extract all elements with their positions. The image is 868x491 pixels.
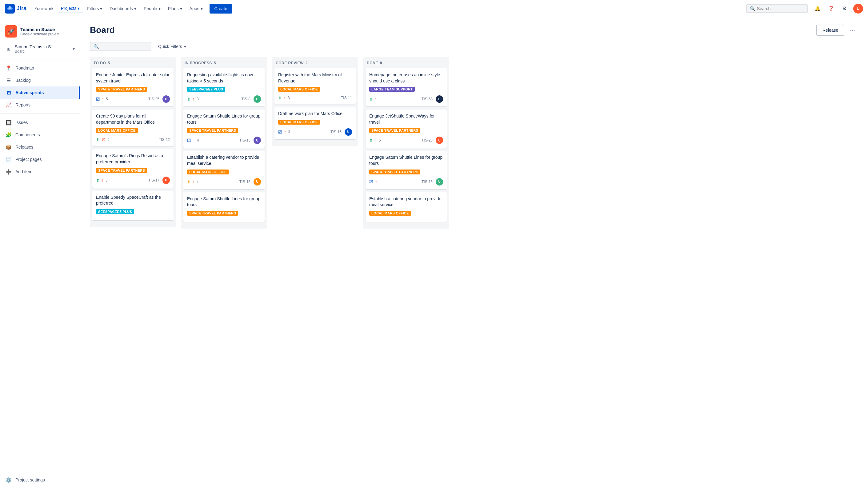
- card-count: 3: [197, 97, 199, 101]
- card-id: TIS-17: [148, 178, 160, 182]
- card-done-4[interactable]: Establish a catering vendor to provide m…: [366, 192, 447, 222]
- task-type-icon: ⬆: [278, 95, 282, 100]
- more-options-button[interactable]: ···: [847, 25, 858, 36]
- sidebar-item-label-roadmap: Roadmap: [16, 65, 34, 70]
- card-inprogress-3[interactable]: Establish a catering vendor to provide m…: [183, 151, 265, 189]
- card-review-1[interactable]: Register with the Mars Ministry of Reven…: [274, 68, 356, 104]
- card-avatar: U: [436, 95, 443, 103]
- sidebar-board-info: Scrum: Teams in S... Board: [15, 44, 55, 54]
- card-inprogress-4[interactable]: Engage Saturn Shuttle Lines for group to…: [183, 192, 265, 222]
- card-todo-3[interactable]: Engage Saturn's Rings Resort as a prefer…: [92, 149, 174, 187]
- board-search-filter: 🔍: [90, 42, 151, 51]
- quick-filters-button[interactable]: Quick Filters ▾: [155, 42, 189, 51]
- board-header: Board Release ···: [90, 25, 858, 36]
- card-title: Establish a catering vendor to provide m…: [369, 196, 443, 208]
- task-type-icon: ☑: [96, 96, 100, 102]
- card-id: TIS-15: [422, 180, 433, 184]
- card-count: 5: [106, 97, 108, 101]
- sidebar-item-label-add-item: Add item: [16, 169, 32, 174]
- sidebar-board-row[interactable]: ⊞ Scrum: Teams in S... Board ▾: [0, 42, 80, 55]
- card-todo-1[interactable]: Engage Jupiter Express for outer solar s…: [92, 68, 174, 107]
- filters-row: 🔍 Quick Filters ▾: [90, 42, 858, 51]
- sidebar-item-label-releases: Releases: [16, 145, 33, 149]
- card-title: Draft network plan for Mars Office: [278, 111, 352, 117]
- card-tag: SPACE TRAVEL PARTNERS: [187, 128, 238, 133]
- card-title: Register with the Mars Ministry of Reven…: [278, 72, 352, 84]
- card-tag: LARGE TEAM SUPPORT: [369, 87, 415, 92]
- priority-icon: ↑: [375, 138, 377, 143]
- release-button[interactable]: Release: [816, 25, 844, 36]
- column-in-progress: IN PROGRESS 5 Requesting available fligh…: [181, 57, 267, 229]
- column-header-todo: TO DO 5: [92, 61, 174, 68]
- sidebar-item-active-sprints[interactable]: ⊞ Active sprints: [0, 86, 80, 99]
- block-icon: ⊘: [102, 137, 106, 142]
- nav-dashboards[interactable]: Dashboards ▾: [107, 4, 139, 13]
- card-done-3[interactable]: Engage Saturn Shuttle Lines for group to…: [366, 151, 447, 189]
- task-type-icon: ⬆: [187, 179, 191, 184]
- column-count-code-review: 2: [306, 61, 308, 65]
- card-id: TIS-8: [241, 97, 251, 101]
- card-title: Engage Saturn's Rings Resort as a prefer…: [96, 153, 170, 165]
- sidebar-item-project-pages[interactable]: 📄 Project pages: [0, 153, 80, 166]
- app-layout: 🚀 Teams in Space Classic software projec…: [0, 17, 868, 491]
- card-avatar: U: [436, 178, 443, 185]
- backlog-icon: ☰: [5, 77, 12, 84]
- column-header-done: DONE 8: [366, 61, 447, 68]
- sidebar-item-releases[interactable]: 📦 Releases: [0, 141, 80, 153]
- board-chevron-icon: ▾: [73, 47, 75, 51]
- task-type-icon: ⬆: [96, 137, 100, 142]
- active-sprints-icon: ⊞: [5, 89, 12, 96]
- card-done-2[interactable]: Engage JetShuttle SpaceWays for travel S…: [366, 110, 447, 148]
- sidebar-board-sublabel: Board: [15, 49, 55, 54]
- board-search-input[interactable]: [100, 44, 144, 49]
- sidebar-item-roadmap[interactable]: 📍 Roadmap: [0, 62, 80, 74]
- releases-icon: 📦: [5, 143, 12, 151]
- card-inprogress-2[interactable]: Engage Saturn Shuttle Lines for group to…: [183, 110, 265, 148]
- user-avatar[interactable]: U: [853, 4, 863, 13]
- sidebar-item-components[interactable]: 🧩 Components: [0, 128, 80, 141]
- sidebar-item-reports[interactable]: 📈 Reports: [0, 99, 80, 111]
- card-tag: SPACE TRAVEL PARTNERS: [96, 168, 147, 173]
- settings-icon[interactable]: ⚙: [840, 4, 849, 13]
- card-count: 4: [197, 180, 199, 184]
- card-avatar: U: [436, 137, 443, 144]
- nav-plans[interactable]: Plans ▾: [165, 4, 185, 13]
- topnav-nav: Your work Projects ▾ Filters ▾ Dashboard…: [31, 4, 206, 13]
- sidebar-item-project-settings[interactable]: ⚙️ Project settings: [0, 474, 80, 486]
- column-label-in-progress: IN PROGRESS: [184, 61, 212, 65]
- card-id: TIS-23: [422, 138, 433, 142]
- create-button[interactable]: Create: [209, 4, 232, 13]
- jira-logo[interactable]: Jira: [5, 4, 26, 13]
- card-title: Requesting available flights is now taki…: [187, 72, 261, 84]
- priority-icon: ↑: [193, 179, 195, 184]
- help-icon[interactable]: ❓: [826, 4, 836, 13]
- nav-filters[interactable]: Filters ▾: [84, 4, 105, 13]
- sidebar-item-label-reports: Reports: [16, 103, 30, 107]
- priority-icon: ↑: [102, 178, 104, 183]
- sidebar-item-issues[interactable]: 🔲 Issues: [0, 116, 80, 128]
- card-done-1[interactable]: Homepage footer uses an inline style - s…: [366, 68, 447, 107]
- sidebar-item-backlog[interactable]: ☰ Backlog: [0, 74, 80, 86]
- card-todo-4[interactable]: Enable Speedy SpaceCraft as the preferre…: [92, 191, 174, 220]
- card-id: TIS-15: [239, 180, 251, 184]
- card-review-2[interactable]: Draft network plan for Mars Office LOCAL…: [274, 107, 356, 139]
- task-type-icon: ☑: [187, 138, 191, 143]
- search-input[interactable]: [757, 6, 800, 11]
- nav-projects[interactable]: Projects ▾: [58, 4, 83, 13]
- card-tag: LOCAL MARS OFFICE: [96, 128, 138, 133]
- sidebar-project[interactable]: 🚀 Teams in Space Classic software projec…: [0, 22, 80, 42]
- people-chevron-icon: ▾: [158, 6, 161, 11]
- nav-your-work[interactable]: Your work: [31, 4, 57, 13]
- nav-people[interactable]: People ▾: [141, 4, 164, 13]
- card-tag: LOCAL MARS OFFICE: [278, 120, 320, 124]
- task-type-icon: ⬆: [96, 178, 100, 183]
- nav-apps[interactable]: Apps ▾: [186, 4, 206, 13]
- column-header-in-progress: IN PROGRESS 5: [183, 61, 265, 68]
- notifications-icon[interactable]: 🔔: [813, 4, 822, 13]
- card-todo-2[interactable]: Create 90 day plans for all departments …: [92, 110, 174, 146]
- card-count: 3: [288, 130, 290, 134]
- card-inprogress-1[interactable]: Requesting available flights is now taki…: [183, 68, 265, 107]
- card-id: TIS-11: [341, 96, 352, 100]
- sidebar-item-add-item[interactable]: ➕ Add item: [0, 166, 80, 178]
- card-title: Engage Saturn Shuttle Lines for group to…: [187, 196, 261, 208]
